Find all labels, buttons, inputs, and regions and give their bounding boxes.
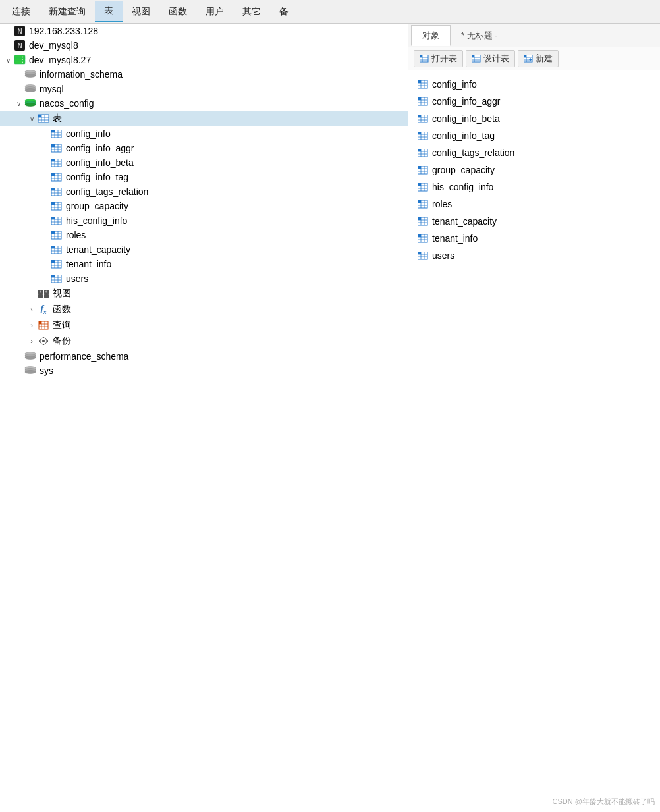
left-tree-panel: N 192.168.233.128 N dev_mysql8 ∨ bbox=[0, 24, 408, 812]
new-table-label: 新建 bbox=[536, 53, 553, 65]
tree-node-queries-group[interactable]: › 查询 bbox=[0, 317, 408, 333]
svg-rect-135 bbox=[524, 55, 526, 57]
sys-label: sys bbox=[40, 365, 53, 376]
his-config-info-label: his_config_info bbox=[66, 215, 127, 226]
tree-node-dev-mysql8[interactable]: N dev_mysql8 bbox=[0, 38, 408, 53]
backup-group-label: 备份 bbox=[53, 335, 71, 347]
menu-view[interactable]: 视图 bbox=[123, 2, 159, 22]
tree-node-backup-group[interactable]: › 备份 bbox=[0, 333, 408, 349]
tree-node-tables-group[interactable]: ∨ 表 bbox=[0, 111, 408, 126]
tree-node-tenant-capacity[interactable]: tenant_capacity bbox=[0, 242, 408, 257]
right-list-config-info-tag[interactable]: config_info_tag bbox=[411, 127, 657, 144]
menu-user[interactable]: 用户 bbox=[196, 2, 233, 22]
new-table-btn[interactable]: + 新建 bbox=[518, 50, 559, 67]
tenant-capacity-label: tenant_capacity bbox=[66, 244, 130, 255]
config-info-tag-label: config_info_tag bbox=[66, 172, 128, 182]
chevron-backup: › bbox=[26, 337, 37, 345]
right-list-tenant-info[interactable]: tenant_info bbox=[411, 230, 657, 247]
svg-rect-160 bbox=[418, 132, 421, 134]
right-list-users[interactable]: users bbox=[411, 247, 657, 264]
chevron-funcs: › bbox=[26, 306, 37, 313]
svg-rect-26 bbox=[38, 115, 41, 117]
tree-node-config-info[interactable]: config_info bbox=[0, 126, 408, 141]
tab-objects[interactable]: 对象 bbox=[411, 25, 451, 46]
right-list-group-capacity[interactable]: group_capacity bbox=[411, 161, 657, 178]
tree-node-sys[interactable]: sys bbox=[0, 364, 408, 378]
right-label-config-info: config_info bbox=[432, 79, 477, 90]
mysql-icon bbox=[24, 84, 37, 94]
tree-node-server1[interactable]: N 192.168.233.128 bbox=[0, 24, 408, 38]
svg-point-106 bbox=[42, 340, 45, 342]
tree-node-tenant-info[interactable]: tenant_info bbox=[0, 257, 408, 271]
tree-node-information-schema[interactable]: information_schema bbox=[0, 67, 408, 82]
users-label: users bbox=[66, 273, 88, 284]
design-table-label: 设计表 bbox=[483, 53, 509, 65]
config-info-tag-icon bbox=[50, 172, 63, 182]
svg-rect-108 bbox=[43, 344, 44, 345]
config-info-icon bbox=[50, 128, 63, 139]
menu-table[interactable]: 表 bbox=[95, 1, 123, 22]
tree-node-dev-mysql8-27[interactable]: ∨ dev_mysql8.27 bbox=[0, 53, 408, 67]
tree-node-mysql[interactable]: mysql bbox=[0, 82, 408, 96]
nacos-config-icon bbox=[24, 98, 37, 109]
tree-node-config-tags-relation[interactable]: config_tags_relation bbox=[0, 184, 408, 199]
menu-function[interactable]: 函数 bbox=[159, 2, 196, 22]
sys-icon bbox=[24, 365, 37, 376]
menu-new-query[interactable]: 新建查询 bbox=[40, 2, 95, 22]
right-label-config-info-aggr: config_info_aggr bbox=[432, 96, 501, 107]
tenant-capacity-icon bbox=[50, 244, 63, 255]
menu-backup[interactable]: 备 bbox=[270, 2, 298, 22]
watermark: CSDN @年龄大就不能搬砖了吗 bbox=[553, 797, 655, 807]
svg-rect-104 bbox=[39, 321, 41, 324]
tree-node-roles[interactable]: roles bbox=[0, 228, 408, 242]
right-icon-tenant-info bbox=[416, 233, 429, 244]
svg-point-97 bbox=[40, 291, 41, 293]
open-table-btn[interactable]: 打开表 bbox=[414, 50, 463, 67]
tree-node-users[interactable]: users bbox=[0, 271, 408, 286]
tree-node-config-info-aggr[interactable]: config_info_aggr bbox=[0, 141, 408, 155]
right-icon-config-info bbox=[416, 79, 429, 90]
right-label-his-config-info: his_config_info bbox=[432, 182, 493, 192]
right-list-roles[interactable]: roles bbox=[411, 196, 657, 213]
menu-connect[interactable]: 连接 bbox=[3, 2, 40, 22]
tenant-info-label: tenant_info bbox=[66, 259, 111, 269]
svg-point-98 bbox=[45, 291, 47, 293]
svg-point-5 bbox=[22, 62, 23, 63]
right-content: config_info config_info_aggr bbox=[408, 70, 660, 812]
right-list-config-info-beta[interactable]: config_info_beta bbox=[411, 110, 657, 127]
funcs-group-icon: fx bbox=[37, 304, 50, 315]
tree-node-config-info-beta[interactable]: config_info_beta bbox=[0, 155, 408, 170]
right-list-config-info[interactable]: config_info bbox=[411, 76, 657, 93]
right-list-tenant-capacity[interactable]: tenant_capacity bbox=[411, 213, 657, 230]
main-area: N 192.168.233.128 N dev_mysql8 ∨ bbox=[0, 24, 660, 812]
tab-untitled[interactable]: * 无标题 - bbox=[451, 26, 509, 45]
right-list-config-tags-relation[interactable]: config_tags_relation bbox=[411, 144, 657, 161]
right-icon-tenant-capacity bbox=[416, 216, 429, 227]
info-schema-icon bbox=[24, 69, 37, 80]
tree-node-config-info-tag[interactable]: config_info_tag bbox=[0, 170, 408, 184]
svg-rect-95 bbox=[38, 294, 43, 298]
tree-node-funcs-group[interactable]: › fx 函数 bbox=[0, 302, 408, 317]
tree-node-nacos-config[interactable]: ∨ nacos_config bbox=[0, 96, 408, 111]
tree-node-views-group[interactable]: 视图 bbox=[0, 286, 408, 302]
right-list-config-info-aggr[interactable]: config_info_aggr bbox=[411, 93, 657, 110]
right-icon-group-capacity bbox=[416, 165, 429, 175]
his-config-info-icon bbox=[50, 215, 63, 226]
funcs-group-label: 函数 bbox=[53, 304, 71, 315]
svg-rect-74 bbox=[51, 231, 55, 234]
tree-node-group-capacity[interactable]: group_capacity bbox=[0, 199, 408, 213]
config-info-aggr-label: config_info_aggr bbox=[66, 143, 134, 153]
right-tab-bar: 对象 * 无标题 - bbox=[408, 24, 660, 47]
svg-rect-86 bbox=[51, 260, 55, 263]
svg-rect-44 bbox=[51, 159, 55, 161]
config-tags-relation-icon bbox=[50, 186, 63, 197]
right-list-his-config-info[interactable]: his_config_info bbox=[411, 178, 657, 196]
tree-node-his-config-info[interactable]: his_config_info bbox=[0, 213, 408, 228]
right-label-tenant-capacity: tenant_capacity bbox=[432, 216, 497, 227]
config-tags-relation-label: config_tags_relation bbox=[66, 186, 148, 197]
design-table-btn[interactable]: 设计表 bbox=[466, 50, 515, 67]
svg-rect-2 bbox=[14, 61, 25, 64]
tree-node-perf-schema[interactable]: performance_schema bbox=[0, 349, 408, 364]
svg-rect-109 bbox=[39, 340, 40, 342]
menu-other[interactable]: 其它 bbox=[233, 2, 270, 22]
